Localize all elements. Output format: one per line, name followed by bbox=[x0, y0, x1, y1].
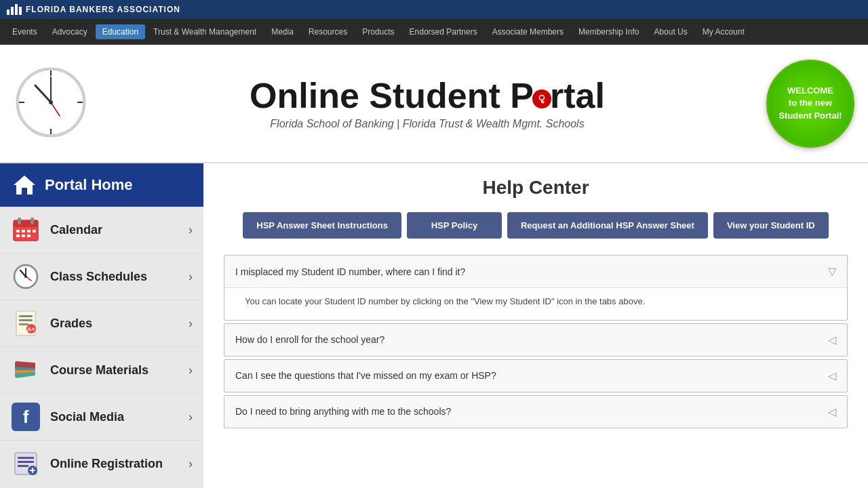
portal-home-label: Portal Home bbox=[45, 176, 133, 194]
svg-rect-24 bbox=[33, 230, 36, 232]
content-area: Help Center HSP Answer Sheet Instruction… bbox=[203, 163, 868, 488]
sidebar-class-schedules-arrow: › bbox=[189, 270, 193, 284]
svg-rect-35 bbox=[19, 315, 33, 317]
key-icon bbox=[532, 89, 551, 108]
logo: FLORIDA BANKERS ASSOCIATION bbox=[7, 4, 180, 15]
faq-arrow-down-icon: ▽ bbox=[828, 265, 836, 278]
svg-rect-18 bbox=[14, 224, 38, 227]
welcome-badge: WELCOME to the new Student Portal! bbox=[766, 60, 854, 148]
sidebar-social-media-label: Social Media bbox=[50, 410, 179, 424]
sidebar-item-grades[interactable]: A+ Grades › bbox=[0, 300, 203, 347]
nav-endorsed[interactable]: Endorsed Partners bbox=[403, 24, 484, 39]
clock-image bbox=[14, 65, 88, 142]
faq-question-1-text: I misplaced my Student ID number, where … bbox=[235, 266, 465, 277]
grades-icon: A+ bbox=[11, 308, 41, 338]
svg-rect-50 bbox=[32, 468, 33, 473]
portal-title: Online Student P rtal bbox=[88, 77, 766, 115]
nav-about[interactable]: About Us bbox=[647, 24, 694, 39]
faq-answer-1: You can locate your Student ID number by… bbox=[224, 287, 847, 320]
nav-events[interactable]: Events bbox=[5, 24, 44, 39]
faq-question-3-text: Can I see the questions that I've missed… bbox=[235, 370, 496, 381]
facebook-icon: f bbox=[11, 402, 41, 432]
sidebar-social-media-arrow: › bbox=[189, 410, 193, 424]
top-bar: FLORIDA BANKERS ASSOCIATION bbox=[0, 0, 868, 19]
sidebar-course-materials-arrow: › bbox=[189, 363, 193, 378]
svg-marker-15 bbox=[14, 176, 35, 195]
faq-question-2-text: How do I enroll for the school year? bbox=[235, 334, 384, 345]
request-additional-btn[interactable]: Request an Additional HSP Answer Sheet bbox=[507, 212, 708, 239]
faq-item-4: Do I need to bring anything with me to t… bbox=[224, 395, 848, 428]
nav-education[interactable]: Education bbox=[96, 24, 145, 39]
sidebar-item-social-media[interactable]: f Social Media › bbox=[0, 394, 203, 441]
sidebar: Portal Home Ca bbox=[0, 163, 203, 488]
sidebar-calendar-label: Calendar bbox=[50, 223, 179, 237]
sidebar-online-registration-label: Online Registration bbox=[50, 457, 179, 471]
svg-rect-27 bbox=[27, 235, 31, 237]
svg-rect-12 bbox=[541, 100, 542, 103]
svg-point-9 bbox=[49, 100, 53, 104]
sidebar-item-course-materials[interactable]: Course Materials › bbox=[0, 347, 203, 394]
help-center-title: Help Center bbox=[224, 177, 848, 199]
sidebar-grades-label: Grades bbox=[50, 317, 179, 331]
clock-icon bbox=[11, 262, 41, 291]
svg-rect-21 bbox=[16, 230, 20, 232]
nav-media[interactable]: Media bbox=[264, 24, 300, 39]
faq-item-2: How do I enroll for the school year? ◁ bbox=[224, 323, 848, 357]
svg-rect-20 bbox=[31, 218, 34, 224]
svg-rect-46 bbox=[18, 461, 34, 463]
svg-rect-13 bbox=[542, 101, 545, 102]
nav-advocacy[interactable]: Advocacy bbox=[45, 24, 94, 39]
hsp-policy-btn[interactable]: HSP Policy bbox=[407, 212, 502, 239]
welcome-badge-text: WELCOME to the new Student Portal! bbox=[778, 85, 842, 122]
logo-text: FLORIDA BANKERS ASSOCIATION bbox=[26, 5, 180, 14]
faq-question-2[interactable]: How do I enroll for the school year? ◁ bbox=[224, 324, 847, 356]
action-buttons: HSP Answer Sheet Instructions HSP Policy… bbox=[224, 212, 848, 239]
nav-myaccount[interactable]: My Account bbox=[696, 24, 751, 39]
faq-question-3[interactable]: Can I see the questions that I've missed… bbox=[224, 360, 847, 392]
faq-arrow-3-icon: ◁ bbox=[828, 369, 836, 382]
nav-associate[interactable]: Associate Members bbox=[486, 24, 570, 39]
svg-rect-23 bbox=[27, 230, 31, 232]
registration-icon bbox=[11, 449, 41, 479]
svg-rect-14 bbox=[542, 102, 544, 104]
faq-item-3: Can I see the questions that I've missed… bbox=[224, 359, 848, 392]
hsp-answer-sheet-btn[interactable]: HSP Answer Sheet Instructions bbox=[243, 212, 401, 239]
svg-rect-26 bbox=[22, 235, 25, 237]
header-text: Online Student P rtal Florida School of … bbox=[88, 77, 766, 130]
sidebar-item-calendar[interactable]: Calendar › bbox=[0, 207, 203, 253]
books-icon bbox=[11, 355, 41, 385]
nav-membership[interactable]: Membership Info bbox=[572, 24, 646, 39]
faq-arrow-2-icon: ◁ bbox=[828, 333, 836, 346]
svg-rect-36 bbox=[19, 319, 33, 321]
faq-question-1[interactable]: I misplaced my Student ID number, where … bbox=[224, 256, 847, 287]
nav-resources[interactable]: Resources bbox=[302, 24, 354, 39]
main-layout: Portal Home Ca bbox=[0, 163, 868, 488]
home-icon bbox=[12, 173, 37, 197]
svg-text:A+: A+ bbox=[27, 326, 35, 333]
nav-bar: Events Advocacy Education Trust & Wealth… bbox=[0, 19, 868, 45]
sidebar-calendar-arrow: › bbox=[189, 223, 193, 237]
faq-arrow-4-icon: ◁ bbox=[828, 405, 836, 418]
sidebar-online-registration-arrow: › bbox=[189, 457, 193, 471]
sidebar-class-schedules-label: Class Schedules bbox=[50, 270, 179, 284]
sidebar-item-online-registration[interactable]: Online Registration › bbox=[0, 441, 203, 487]
faq-question-4-text: Do I need to bring anything with me to t… bbox=[235, 406, 451, 417]
sidebar-item-class-schedules[interactable]: Class Schedules › bbox=[0, 253, 203, 300]
svg-point-33 bbox=[24, 275, 27, 278]
view-student-id-btn[interactable]: View your Student ID bbox=[713, 212, 829, 239]
sidebar-course-materials-label: Course Materials bbox=[50, 363, 179, 378]
faq-question-4[interactable]: Do I need to bring anything with me to t… bbox=[224, 396, 847, 428]
svg-rect-47 bbox=[18, 465, 28, 467]
sidebar-grades-arrow: › bbox=[189, 317, 193, 331]
svg-rect-37 bbox=[19, 323, 28, 325]
svg-rect-22 bbox=[22, 230, 25, 232]
svg-rect-19 bbox=[18, 218, 21, 224]
faq-item-1: I misplaced my Student ID number, where … bbox=[224, 255, 848, 321]
nav-products[interactable]: Products bbox=[355, 24, 401, 39]
portal-subtitle: Florida School of Banking | Florida Trus… bbox=[88, 118, 766, 130]
header: Online Student P rtal Florida School of … bbox=[0, 45, 868, 163]
nav-trust[interactable]: Trust & Wealth Management bbox=[146, 24, 263, 39]
logo-bars-icon bbox=[7, 4, 22, 15]
sidebar-portal-home[interactable]: Portal Home bbox=[0, 163, 203, 207]
svg-rect-45 bbox=[18, 457, 34, 459]
